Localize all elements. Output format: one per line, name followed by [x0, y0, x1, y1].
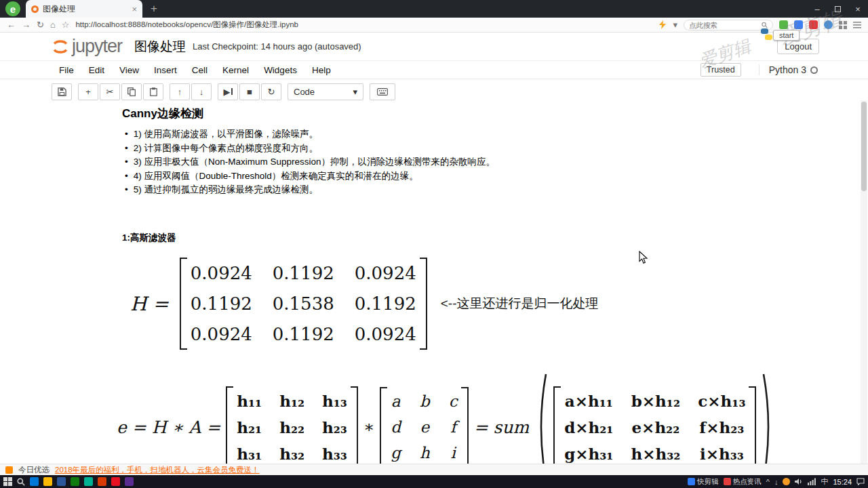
matrix-cell: h₁₂ — [279, 392, 304, 410]
new-tab-button[interactable]: + — [151, 2, 157, 16]
matrix-cell: h₃₂ — [279, 445, 304, 463]
jupyter-header: jupyter 图像处理 Last Checkpoint: 14 hours a… — [0, 33, 868, 61]
save-button[interactable] — [52, 83, 72, 100]
download-icon[interactable]: ↓ — [774, 478, 778, 486]
home-icon[interactable]: ⌂ — [50, 20, 56, 30]
refresh-icon[interactable]: ↻ — [37, 20, 44, 30]
extension-icon[interactable] — [809, 20, 818, 29]
browser-tab[interactable]: 图像处理 × — [26, 0, 142, 18]
copy-cell-button[interactable] — [121, 83, 142, 100]
ad-link[interactable]: 2018年最后的福利，手机，扫地机器人，云集会员免费送！ — [55, 465, 260, 475]
start-chip[interactable]: start — [773, 30, 800, 41]
move-cell-down-button[interactable]: ↓ — [191, 83, 212, 100]
page-scrollbar[interactable] — [861, 100, 867, 464]
scrollbar-thumb[interactable] — [861, 102, 867, 191]
cell-type-value: Code — [294, 87, 315, 97]
browser-logo-icon[interactable]: e — [5, 1, 20, 16]
command-palette-button[interactable] — [370, 83, 395, 100]
matrix-cell: h×h₃₂ — [631, 445, 680, 463]
taskbar-app-icon[interactable] — [84, 477, 93, 486]
minimize-button[interactable]: – — [807, 0, 827, 18]
menu-edit[interactable]: Edit — [81, 65, 112, 75]
ad-icon — [5, 466, 13, 474]
cell-type-select[interactable]: Code ▾ — [288, 83, 363, 100]
taskbar-app-icon[interactable] — [98, 477, 106, 486]
cut-cell-button[interactable]: ✂ — [100, 83, 120, 100]
tray-expand-icon[interactable]: ^ — [766, 478, 770, 486]
menu-help[interactable]: Help — [304, 65, 338, 75]
back-icon[interactable]: ← — [7, 20, 16, 30]
run-icon-bar — [231, 88, 233, 95]
taskbar-app-explorer-icon[interactable] — [43, 477, 52, 486]
interrupt-kernel-button[interactable]: ■ — [239, 83, 260, 100]
taskbar-app-icon[interactable] — [125, 477, 134, 486]
kernel-status-icon — [810, 66, 818, 74]
tab-close-icon[interactable]: × — [132, 4, 137, 14]
mouse-cursor-icon — [639, 251, 648, 264]
menu-kernel[interactable]: Kernel — [215, 65, 256, 75]
taskbar-app-icon[interactable] — [57, 477, 66, 486]
search-input[interactable] — [689, 21, 759, 29]
matrix-cell: 0.1192 — [191, 293, 252, 314]
taskbar-widget-kuaijianji[interactable]: 快剪辑 — [688, 477, 719, 487]
search-icon — [762, 22, 768, 28]
browser-search-box[interactable] — [684, 20, 773, 30]
menu-file[interactable]: File — [52, 65, 81, 75]
matrix-cell: 0.1538 — [273, 293, 334, 314]
taskbar-app-icon[interactable] — [71, 477, 79, 486]
hotnews-icon — [724, 478, 731, 485]
clock[interactable]: 15:24 — [833, 478, 852, 486]
maximize-button[interactable] — [827, 0, 848, 18]
matrix-cell: c — [449, 392, 458, 410]
address-bar-input[interactable] — [75, 21, 653, 29]
restart-kernel-button[interactable]: ↻ — [261, 83, 281, 100]
notebook-title[interactable]: 图像处理 — [134, 38, 186, 56]
apps-grid-icon[interactable] — [839, 21, 847, 29]
taskbar-search-icon[interactable] — [17, 478, 25, 486]
forward-icon[interactable]: → — [22, 20, 31, 30]
menu-widgets[interactable]: Widgets — [256, 65, 304, 75]
trusted-badge[interactable]: Trusted — [701, 63, 741, 77]
run-cell-button[interactable]: ▶ — [218, 83, 238, 100]
matrix-cell: i×h₃₃ — [700, 445, 744, 463]
notification-center-icon[interactable] — [856, 478, 865, 485]
taskbar-app-icon[interactable] — [111, 477, 120, 486]
jupyter-menu-bar: File Edit View Insert Cell Kernel Widget… — [0, 61, 868, 79]
menu-view[interactable]: View — [112, 65, 146, 75]
dropdown-caret-icon[interactable]: ▾ — [673, 20, 677, 30]
bullet-list: 1) 使用高斯滤波器，以平滑图像，滤除噪声。 2) 计算图像中每个像素点的梯度强… — [125, 127, 495, 197]
markdown-heading: Canny边缘检测 — [122, 106, 203, 121]
network-icon[interactable] — [808, 478, 816, 485]
move-cell-up-button[interactable]: ↑ — [170, 83, 190, 100]
multiply-operator: ∗ — [363, 418, 374, 436]
matrix-cell: b×h₁₂ — [631, 392, 680, 410]
run-icon: ▶ — [224, 87, 231, 97]
volume-icon[interactable] — [795, 478, 803, 485]
taskbar-app-browser-icon[interactable] — [30, 477, 39, 486]
menu-insert[interactable]: Insert — [146, 65, 184, 75]
tab-title: 图像处理 — [43, 3, 127, 15]
paste-cell-button[interactable] — [143, 83, 163, 100]
menu-cell[interactable]: Cell — [184, 65, 215, 75]
ime-indicator[interactable]: 中 — [821, 476, 828, 487]
tray-app-icon[interactable] — [783, 478, 790, 485]
logout-button[interactable]: Logout — [777, 39, 819, 54]
jupyter-logo[interactable]: jupyter — [50, 36, 122, 57]
extension-icon[interactable] — [779, 20, 788, 29]
bookmark-star-icon[interactable]: ☆ — [62, 20, 70, 30]
list-item: 2) 计算图像中每个像素点的梯度强度和方向。 — [125, 142, 495, 156]
list-item: 4) 应用双阈值（Double-Threshold）检测来确定真实的和潜在的边缘… — [125, 169, 495, 184]
close-button[interactable]: × — [848, 0, 868, 18]
menu-icon[interactable] — [853, 22, 861, 28]
taskbar-widget-hotnews[interactable]: 热点资讯 — [724, 477, 762, 487]
account-icon[interactable] — [824, 20, 833, 29]
flash-icon[interactable] — [659, 20, 667, 29]
matrix-cell: i — [451, 444, 456, 462]
extension-icon[interactable] — [794, 20, 803, 29]
product-matrix: a×h₁₁b×h₁₂c×h₁₃d×h₂₁e×h₂₂f×h₂₃g×h₃₁h×h₃₂… — [553, 385, 756, 464]
ad-label: 今日优选 — [18, 465, 50, 475]
list-item: 5) 通过抑制孤立的弱边缘最终完成边缘检测。 — [125, 183, 495, 197]
paste-icon — [150, 87, 157, 96]
add-cell-button[interactable]: + — [78, 83, 98, 100]
start-menu-icon[interactable] — [3, 477, 12, 486]
